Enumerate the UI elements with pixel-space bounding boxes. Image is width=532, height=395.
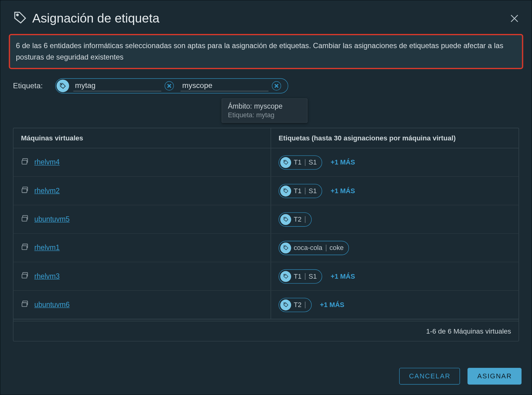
cell-tags: T1S1 +1 MÁS bbox=[271, 177, 518, 205]
tag-field[interactable] bbox=[55, 78, 288, 94]
tag-name-input[interactable] bbox=[73, 81, 161, 91]
tag-pill[interactable]: T1S1 bbox=[279, 269, 322, 284]
more-tags-link[interactable]: +1 MÁS bbox=[330, 187, 355, 194]
tag-icon bbox=[280, 243, 291, 253]
cancel-button[interactable]: CANCELAR bbox=[399, 368, 460, 385]
vm-icon bbox=[21, 300, 29, 310]
tooltip-scope: Ámbito: myscope bbox=[228, 102, 301, 111]
vm-icon bbox=[21, 243, 29, 253]
tag-icon bbox=[280, 185, 291, 196]
vm-icon bbox=[21, 271, 29, 281]
svg-point-19 bbox=[285, 304, 285, 304]
tag-assignment-dialog: Asignación de etiqueta 6 de las 6 entida… bbox=[0, 0, 532, 395]
svg-point-1 bbox=[61, 84, 62, 85]
svg-point-7 bbox=[285, 189, 285, 190]
svg-rect-3 bbox=[22, 160, 27, 164]
svg-point-16 bbox=[285, 275, 285, 276]
vm-link[interactable]: rhelvm2 bbox=[34, 187, 60, 195]
table-row: rhelvm4 T1S1 +1 MÁS bbox=[13, 148, 518, 177]
tag-icon bbox=[280, 214, 291, 225]
cell-vm: rhelvm3 bbox=[13, 262, 271, 290]
table-footer: 1-6 de 6 Máquinas virtuales bbox=[13, 321, 518, 341]
header-vm: Máquinas virtuales bbox=[13, 128, 271, 148]
tag-pill[interactable]: T1S1 bbox=[279, 184, 322, 198]
svg-rect-9 bbox=[22, 217, 27, 221]
tag-icon bbox=[280, 157, 291, 168]
tag-input-row: Etiqueta: bbox=[0, 73, 531, 96]
cell-tags: T1S1 +1 MÁS bbox=[271, 148, 518, 177]
cell-vm: rhelvm4 bbox=[13, 148, 271, 177]
svg-rect-15 bbox=[22, 274, 27, 278]
vm-icon bbox=[21, 214, 29, 225]
cell-tags: T1S1 +1 MÁS bbox=[271, 262, 518, 290]
svg-point-0 bbox=[17, 14, 19, 16]
tag-pill[interactable]: T2 bbox=[279, 298, 312, 312]
table-row: rhelvm3 T1S1 +1 MÁS bbox=[13, 262, 518, 291]
table-row: ubuntuvm5 T2 bbox=[13, 206, 518, 234]
header-tags: Etiquetas (hasta 30 asignaciones por máq… bbox=[271, 128, 518, 148]
cell-vm: ubuntuvm5 bbox=[13, 206, 271, 234]
clear-tag-icon[interactable] bbox=[165, 81, 174, 91]
eligibility-alert: 6 de las 6 entidades informáticas selecc… bbox=[9, 34, 523, 69]
svg-point-13 bbox=[285, 247, 285, 247]
cell-tags: T2 +1 MÁS bbox=[271, 291, 518, 319]
clear-scope-icon[interactable] bbox=[272, 81, 281, 91]
svg-rect-12 bbox=[22, 246, 27, 249]
tag-icon bbox=[280, 271, 291, 282]
table-header: Máquinas virtuales Etiquetas (hasta 30 a… bbox=[13, 128, 518, 148]
cell-tags: T2 bbox=[271, 206, 518, 234]
assign-button[interactable]: ASIGNAR bbox=[468, 368, 522, 385]
cell-vm: rhelvm2 bbox=[13, 177, 271, 205]
tag-field-label: Etiqueta: bbox=[13, 81, 43, 90]
dialog-title: Asignación de etiqueta bbox=[32, 11, 160, 26]
vm-table: Máquinas virtuales Etiquetas (hasta 30 a… bbox=[13, 128, 519, 341]
tooltip-tag: Etiqueta: mytag bbox=[228, 111, 301, 119]
vm-icon bbox=[21, 186, 29, 196]
more-tags-link[interactable]: +1 MÁS bbox=[330, 272, 355, 280]
tag-pill[interactable]: coca-colacoke bbox=[279, 241, 349, 255]
dialog-header: Asignación de etiqueta bbox=[0, 0, 531, 34]
tag-icon bbox=[13, 10, 27, 27]
close-button[interactable] bbox=[509, 13, 520, 24]
tag-icon bbox=[56, 80, 69, 92]
table-row: rhelvm1 coca-colacoke bbox=[13, 234, 518, 262]
vm-icon bbox=[21, 157, 29, 168]
table-row: rhelvm2 T1S1 +1 MÁS bbox=[13, 177, 518, 205]
vm-link[interactable]: ubuntuvm6 bbox=[34, 301, 69, 309]
tag-pill[interactable]: T2 bbox=[279, 212, 312, 227]
more-tags-link[interactable]: +1 MÁS bbox=[330, 159, 355, 166]
tag-pill[interactable]: T1S1 bbox=[279, 155, 322, 169]
vm-link[interactable]: rhelvm4 bbox=[34, 158, 60, 167]
dialog-footer: CANCELAR ASIGNAR bbox=[0, 360, 531, 394]
svg-rect-6 bbox=[22, 189, 27, 192]
svg-rect-18 bbox=[22, 303, 27, 306]
tag-tooltip: Ámbito: myscope Etiqueta: mytag bbox=[222, 98, 307, 123]
table-row: ubuntuvm6 T2 +1 MÁS bbox=[13, 291, 518, 319]
vm-link[interactable]: rhelvm3 bbox=[34, 272, 60, 281]
tag-icon bbox=[280, 299, 291, 310]
cell-tags: coca-colacoke bbox=[271, 234, 518, 262]
vm-link[interactable]: ubuntuvm5 bbox=[34, 215, 69, 223]
vm-link[interactable]: rhelvm1 bbox=[34, 244, 60, 252]
more-tags-link[interactable]: +1 MÁS bbox=[320, 301, 344, 309]
tag-scope-input[interactable] bbox=[181, 81, 268, 91]
cell-vm: ubuntuvm6 bbox=[13, 291, 271, 319]
svg-point-10 bbox=[285, 218, 285, 219]
svg-point-4 bbox=[285, 161, 285, 162]
cell-vm: rhelvm1 bbox=[13, 234, 271, 262]
